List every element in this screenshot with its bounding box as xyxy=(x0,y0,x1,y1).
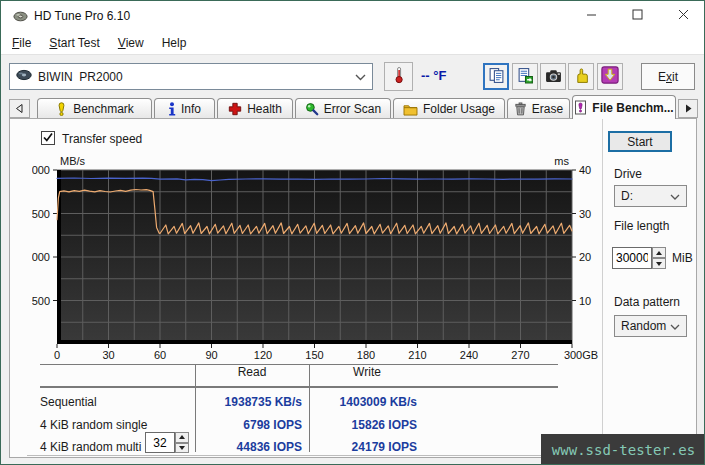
minimize-icon xyxy=(586,9,597,23)
start-button[interactable]: Start xyxy=(608,131,672,152)
random-single-write-value: 15826 IOPS xyxy=(309,418,417,432)
drive-selector-combobox[interactable]: BIWIN PR2000 xyxy=(9,63,373,90)
panel-divider xyxy=(602,119,603,457)
benchmark-icon xyxy=(55,102,68,116)
random-single-read-value: 6798 IOPS xyxy=(195,418,302,432)
svg-text:210: 210 xyxy=(408,349,426,361)
drive-dropdown[interactable]: D: xyxy=(614,185,687,207)
tab-file-benchmark[interactable]: File Benchm... xyxy=(572,95,676,119)
window-title: HD Tune Pro 6.10 xyxy=(34,9,130,23)
menu-bar: File Start Test View Help xyxy=(1,31,705,54)
data-pattern-label: Data pattern xyxy=(614,295,680,309)
triangle-down-icon xyxy=(656,262,662,266)
tab-error-scan[interactable]: Error Scan xyxy=(295,98,391,119)
title-bar: HD Tune Pro 6.10 xyxy=(1,1,705,31)
transfer-speed-checkbox[interactable] xyxy=(41,131,55,145)
minimize-button[interactable] xyxy=(568,1,614,31)
tab-info[interactable]: Info xyxy=(154,98,215,119)
arrow-left-icon xyxy=(16,102,23,116)
svg-text:90: 90 xyxy=(205,349,217,361)
file-benchmark-page: Transfer speed 0306090120150180210240270… xyxy=(9,118,697,458)
drive-label: Drive xyxy=(614,167,642,181)
spin-up-button[interactable] xyxy=(652,247,666,258)
table-header-rule xyxy=(40,386,558,388)
svg-text:30: 30 xyxy=(102,349,114,361)
save-results-button[interactable] xyxy=(597,63,623,90)
svg-text:300GB: 300GB xyxy=(564,349,598,361)
chevron-down-icon xyxy=(355,70,366,84)
row-label-random-multi: 4 KiB random multi xyxy=(40,440,141,454)
menu-help[interactable]: Help xyxy=(153,33,196,53)
tab-label: Folder Usage xyxy=(423,102,495,116)
copy-report-button[interactable] xyxy=(512,63,538,90)
checkmark-icon xyxy=(42,131,54,146)
maximize-button[interactable] xyxy=(614,1,660,31)
drive-selector-value: BIWIN PR2000 xyxy=(38,70,123,84)
tab-label: Info xyxy=(181,102,201,116)
triangle-down-icon xyxy=(179,446,185,450)
file-length-input[interactable] xyxy=(612,247,652,269)
camera-icon xyxy=(545,67,562,87)
svg-text:240: 240 xyxy=(460,349,478,361)
data-pattern-value: Random xyxy=(621,319,666,333)
hand-icon xyxy=(573,67,590,87)
transfer-speed-label: Transfer speed xyxy=(62,132,142,146)
sequential-write-value: 1403009 KB/s xyxy=(309,395,417,409)
toolbar: BIWIN PR2000 -- °F Exit xyxy=(1,54,705,95)
svg-text:500: 500 xyxy=(32,295,50,307)
tab-folder-usage[interactable]: Folder Usage xyxy=(393,98,505,119)
spin-down-button[interactable] xyxy=(652,258,666,269)
menu-start-test[interactable]: Start Test xyxy=(40,33,108,53)
tab-erase[interactable]: Erase xyxy=(507,98,570,119)
exit-button[interactable]: Exit xyxy=(641,63,695,90)
queue-depth-spinner xyxy=(175,432,189,453)
erase-icon xyxy=(514,102,527,116)
temperature-button[interactable] xyxy=(384,62,413,91)
app-window: HD Tune Pro 6.10 File Start Test View He… xyxy=(0,0,705,465)
thermometer-icon xyxy=(391,66,407,87)
tab-scroll-right-button[interactable] xyxy=(678,99,698,118)
tab-health[interactable]: Health xyxy=(217,98,293,119)
svg-text:120: 120 xyxy=(254,349,272,361)
menu-file[interactable]: File xyxy=(3,33,40,53)
row-label-random-single: 4 KiB random single xyxy=(40,418,147,432)
health-icon xyxy=(228,102,242,116)
svg-text:180: 180 xyxy=(357,349,375,361)
svg-text:MB/s: MB/s xyxy=(60,155,86,167)
menu-view[interactable]: View xyxy=(109,33,153,53)
svg-text:270: 270 xyxy=(511,349,529,361)
copy-to-clipboard-button[interactable] xyxy=(483,63,509,90)
svg-text:10: 10 xyxy=(579,295,591,307)
close-button[interactable] xyxy=(660,1,705,31)
tab-label: Error Scan xyxy=(324,102,381,116)
queue-depth-input[interactable] xyxy=(145,432,175,453)
svg-text:60: 60 xyxy=(154,349,166,361)
drive-value: D: xyxy=(621,189,633,203)
svg-text:20: 20 xyxy=(579,251,591,263)
app-disk-icon xyxy=(13,9,28,27)
data-pattern-dropdown[interactable]: Random xyxy=(614,315,687,337)
spin-down-button[interactable] xyxy=(175,443,189,454)
arrow-right-icon xyxy=(685,102,692,116)
svg-text:40: 40 xyxy=(579,164,591,176)
folder-usage-icon xyxy=(403,103,418,116)
spin-up-button[interactable] xyxy=(175,432,189,443)
tab-label: Erase xyxy=(532,102,563,116)
temperature-readout: -- °F xyxy=(421,68,446,83)
maximize-icon xyxy=(632,9,643,23)
chevron-down-icon xyxy=(670,319,680,333)
tab-label: Benchmark xyxy=(73,102,134,116)
watermark: www.ssd-tester.es xyxy=(541,434,705,465)
donate-button[interactable] xyxy=(568,63,594,90)
write-column-header: Write xyxy=(309,365,425,379)
random-multi-write-value: 24179 IOPS xyxy=(309,440,417,454)
svg-text:0: 0 xyxy=(54,349,60,361)
triangle-up-icon xyxy=(179,435,185,439)
row-label-sequential: Sequential xyxy=(40,395,97,409)
screenshot-button[interactable] xyxy=(540,63,566,90)
copy-report-icon xyxy=(517,67,534,87)
tab-scroll-left-button[interactable] xyxy=(9,99,30,118)
svg-text:1000: 1000 xyxy=(32,251,50,263)
file-length-label: File length xyxy=(614,219,669,233)
tab-benchmark[interactable]: Benchmark xyxy=(37,98,152,119)
